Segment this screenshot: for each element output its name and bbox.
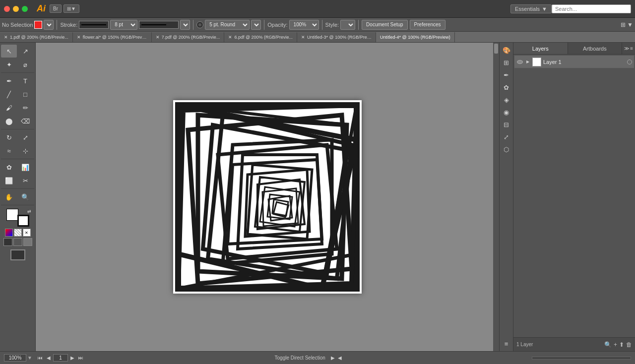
color-icon[interactable] (5, 229, 13, 237)
magic-wand-tool[interactable]: ✦ (1, 58, 17, 71)
tab-untitled3[interactable]: ✕ Untitled-3* @ 100% (RGB/Previ... (297, 32, 376, 42)
presentation-mode-icon[interactable] (23, 238, 32, 246)
transform-icon[interactable]: ⤢ (501, 131, 512, 142)
toggle-back-btn[interactable]: ◀ (338, 355, 342, 361)
eraser-tool[interactable]: ⌫ (17, 115, 33, 127)
layers-icon[interactable]: ≡ (501, 338, 512, 349)
artboard-view-icon[interactable] (10, 249, 25, 260)
free-transform-tool[interactable]: ⊹ (17, 144, 33, 157)
workspace-selector[interactable]: Essentials ▼ (510, 4, 552, 13)
tool-sep-1 (1, 72, 34, 73)
appearance-icon[interactable]: ◉ (501, 107, 512, 118)
graphic-styles-icon[interactable]: ◈ (501, 94, 512, 105)
layer-expand-btn[interactable]: ▶ (525, 60, 530, 64)
pencil-tool[interactable]: ✏ (17, 101, 33, 114)
vertical-scrollbar[interactable] (493, 43, 499, 351)
paintbrush-tool[interactable]: 🖌 (1, 101, 17, 114)
rectangle-tool[interactable]: □ (17, 88, 33, 101)
align-icon[interactable]: ⊟ (501, 119, 512, 130)
canvas-area[interactable] (36, 43, 499, 351)
stroke-swatch[interactable] (17, 215, 29, 227)
swap-icon[interactable]: ⇄ (27, 209, 31, 214)
normal-mode-icon[interactable] (3, 238, 12, 246)
direct-selection-tool[interactable]: ↗ (17, 45, 33, 58)
close-button[interactable] (4, 6, 10, 12)
next-artboard-btn[interactable]: ▶ (69, 355, 76, 361)
tab-untitled4[interactable]: Untitled-4* @ 100% (RGB/Preview) (376, 32, 455, 42)
tab-1pdf[interactable]: ✕ 1.pdf @ 200% (RGB/Previe... (0, 32, 73, 42)
pathfinder-icon[interactable]: ⬡ (501, 144, 512, 155)
none-icon[interactable]: ✕ (23, 229, 31, 237)
move-to-layer-icon[interactable]: ⬆ (619, 341, 624, 348)
bridge-button[interactable]: Br (50, 4, 62, 13)
artboards-tab[interactable]: Artboards (568, 43, 623, 54)
toggle-play-btn[interactable]: ▶ (331, 355, 335, 361)
stroke-preview (79, 21, 109, 29)
tab-7pdf[interactable]: ✕ 7.pdf @ 200% (RGB/Previe... (152, 32, 225, 42)
layers-tab[interactable]: Layers (513, 43, 568, 54)
layer-item-1[interactable]: ▶ Layer 1 (514, 56, 634, 68)
hand-tool[interactable]: ✋ (1, 190, 17, 203)
slice-tool[interactable]: ✂ (17, 174, 33, 187)
selection-tool[interactable]: ↖ (1, 45, 17, 58)
fill-swatch[interactable] (6, 209, 18, 221)
style-select[interactable] (340, 20, 355, 30)
statusbar: ▼ ⏮ ◀ ▶ ⏭ Toggle Direct Selection ▶ ◀ (0, 351, 635, 364)
artboard-tool[interactable]: ⬜ (1, 174, 17, 187)
swatches-icon[interactable]: ⊞ (501, 57, 512, 68)
color-panel-icon[interactable]: 🎨 (501, 45, 512, 56)
stroke-type-select[interactable] (180, 20, 190, 30)
tool-row-10: ⬜ ✂ (1, 174, 34, 187)
warp-tool[interactable]: ≈ (1, 144, 17, 157)
fill-stroke-widget: ⇄ (6, 209, 29, 227)
opacity-select[interactable]: 100% (289, 20, 319, 30)
tab-6pdf[interactable]: ✕ 6.pdf @ 200% (RGB/Previe... (224, 32, 297, 42)
artboard-number-input[interactable] (53, 354, 68, 362)
document-setup-button[interactable]: Document Setup (362, 20, 408, 30)
separator3 (264, 20, 264, 30)
layers-menu-btn[interactable]: ≫ (624, 46, 629, 51)
full-mode-icon[interactable] (13, 238, 22, 246)
last-artboard-btn[interactable]: ⏭ (77, 355, 85, 361)
brushes-icon[interactable]: ✒ (501, 69, 512, 80)
maximize-button[interactable] (22, 6, 28, 12)
zoom-arrow[interactable]: ▼ (27, 355, 32, 361)
scroll-thumb-v[interactable] (494, 44, 498, 54)
brush-select[interactable]: 5 pt. Round (205, 20, 250, 30)
fill-select[interactable] (44, 20, 54, 30)
lasso-tool[interactable]: ⌀ (17, 58, 33, 71)
search-input[interactable] (552, 4, 631, 13)
tab-flower[interactable]: ✕ flower.ai* @ 150% (RGB/Previe... (73, 32, 152, 42)
layer-target-circle[interactable] (627, 60, 632, 64)
delete-layer-icon[interactable]: 🗑 (626, 341, 632, 348)
arrange-icon[interactable]: ⊞ (621, 21, 626, 28)
scale-tool[interactable]: ⤢ (17, 131, 33, 144)
fill-color-swatch[interactable] (34, 21, 42, 29)
view-options-icon[interactable]: ▼ (627, 21, 633, 28)
preferences-button[interactable]: Preferences (410, 20, 445, 30)
line-tool[interactable]: ╱ (1, 88, 17, 101)
minimize-button[interactable] (13, 6, 19, 12)
layers-options-btn[interactable]: ≡ (630, 46, 633, 51)
blob-brush-tool[interactable]: ⬤ (1, 115, 17, 127)
search-layers-icon[interactable]: 🔍 (604, 341, 612, 348)
symbol-sprayer-tool[interactable]: ✿ (1, 161, 17, 174)
brush-select2[interactable] (251, 20, 261, 30)
zoom-tool[interactable]: 🔍 (17, 190, 33, 203)
layers-tab-controls: ≫ ≡ (622, 43, 635, 54)
zoom-input[interactable] (4, 354, 26, 362)
tool-sep-4 (1, 188, 34, 189)
first-artboard-btn[interactable]: ⏮ (36, 355, 44, 361)
rotate-tool[interactable]: ↻ (1, 131, 17, 144)
gradient-icon[interactable] (14, 229, 22, 237)
symbols-icon[interactable]: ✿ (501, 82, 512, 93)
layout-button[interactable]: ⊞▼ (64, 4, 79, 13)
layer-visibility-toggle[interactable] (516, 59, 523, 65)
prev-artboard-btn[interactable]: ◀ (45, 355, 52, 361)
stroke-weight-select[interactable]: 8 pt (110, 20, 137, 30)
tool-row-11: ✋ 🔍 (1, 190, 34, 203)
pen-tool[interactable]: ✒ (1, 74, 17, 87)
new-layer-icon[interactable]: + (614, 341, 617, 348)
column-graph-tool[interactable]: 📊 (17, 161, 33, 174)
type-tool[interactable]: T (17, 74, 33, 87)
